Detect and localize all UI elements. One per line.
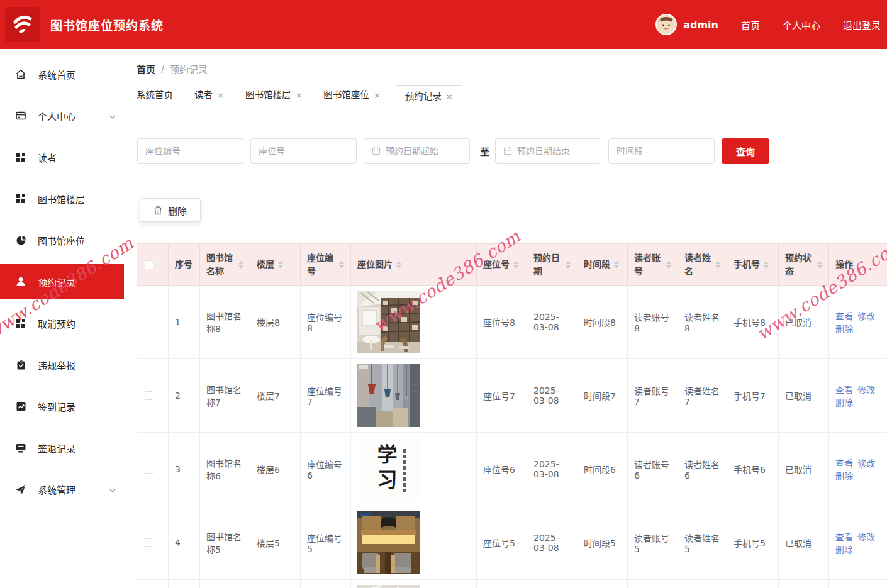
tab-reservation-records[interactable]: 预约记录× [396,85,462,106]
column-label: 预约日期 [533,252,562,278]
nav-home-link[interactable]: 首页 [741,18,760,31]
sidebar-item-readers[interactable]: 读者 [0,140,126,175]
sort-icon[interactable] [396,258,401,271]
poster-caption-marks [403,449,407,501]
view-link[interactable]: 查看 [835,532,853,542]
col-date: 预约日期 [527,244,577,286]
date-start-field[interactable] [364,138,470,164]
close-icon[interactable]: × [295,91,302,100]
tab-system-home[interactable]: 系统首页 [130,84,179,106]
table-row: 2 图书馆名称7 楼层7 座位编号7 [137,359,887,433]
edit-link[interactable]: 修改 [857,385,875,395]
cell-seq: 3 [169,433,200,506]
sidebar-item-checkout-records[interactable]: 签退记录 [0,430,126,465]
tab-library-seat[interactable]: 图书馆座位× [317,84,386,106]
cell-status: 已取消 [779,359,829,433]
cell-reader-account: 读者账号7 [628,359,678,433]
sidebar-item-system-home[interactable]: 系统首页 [0,57,126,92]
view-link[interactable]: 查看 [835,385,853,395]
sort-icon[interactable] [513,258,518,271]
time-slot-field[interactable] [608,138,715,164]
delete-link[interactable]: 删除 [835,397,853,408]
tab-library-floor[interactable]: 图书馆楼层× [239,84,308,106]
date-range-to-label: 至 [480,145,489,158]
close-icon[interactable]: × [374,91,381,100]
row-checkbox[interactable] [145,391,153,400]
sort-icon[interactable] [238,258,243,271]
seat-no-field[interactable] [250,138,357,164]
breadcrumb-home-link[interactable]: 首页 [137,62,155,75]
table-header-row: 序号 图书馆名称 楼层 座位编号 座位图片 座位号 预约日期 时间段 读者账号 … [137,244,887,286]
time-slot-input[interactable] [616,146,706,156]
sidebar-item-system-management[interactable]: 系统管理 [0,472,126,507]
date-start-input[interactable] [386,146,462,156]
sidebar-item-library-seat[interactable]: 图书馆座位 [0,223,126,258]
cell-time-slot: 时间段7 [577,359,628,433]
edit-link[interactable]: 修改 [857,532,875,542]
seat-no-input[interactable] [259,146,349,156]
tab-label: 图书馆座位 [323,90,369,100]
date-end-input[interactable] [517,146,593,156]
sort-icon[interactable] [764,258,769,271]
row-checkbox[interactable] [145,538,153,547]
nav-logout-link[interactable]: 退出登录 [843,18,881,31]
tab-label: 系统首页 [137,90,173,100]
sidebar-item-violation-report[interactable]: 违规举报 [0,347,126,382]
sort-icon[interactable] [817,258,822,271]
cell-reader-account [628,580,678,588]
cell-date: 2025-03-08 [527,359,577,433]
sort-icon[interactable] [614,258,619,271]
user-icon [15,276,26,287]
sort-icon[interactable] [566,258,571,271]
cell-seq: 2 [169,359,200,433]
cell-library: 图书馆名称7 [200,359,250,433]
delete-link[interactable]: 删除 [835,545,853,555]
column-label: 时间段 [584,258,610,271]
delete-link[interactable]: 删除 [835,471,853,481]
col-actions: 操作 [829,244,887,286]
view-link[interactable]: 查看 [835,458,853,469]
nav-profile-link[interactable]: 个人中心 [783,18,820,31]
sort-icon[interactable] [715,258,720,271]
sidebar-item-cancel-reservation[interactable]: 取消预约 [0,306,126,341]
date-end-field[interactable] [495,138,601,164]
paper-plane-icon [15,484,26,495]
view-link[interactable]: 查看 [835,311,853,321]
cell-seat-no [477,580,527,588]
close-icon[interactable]: × [446,92,453,101]
delete-link[interactable]: 删除 [835,324,853,334]
cell-reader-name [678,580,727,588]
seat-code-input[interactable] [145,146,235,156]
pie-icon [15,235,26,246]
sidebar-item-library-floor[interactable]: 图书馆楼层 [0,181,126,216]
sidebar-item-reservation-records[interactable]: 预约记录 [0,264,124,299]
row-checkbox[interactable] [145,318,153,326]
select-all-cell [137,244,169,286]
sidebar-item-profile[interactable]: 个人中心 [0,98,126,133]
delete-button[interactable]: 删除 [140,198,201,222]
sort-icon[interactable] [278,258,283,271]
search-button[interactable]: 查询 [722,138,769,164]
sort-icon[interactable] [666,258,671,271]
tab-readers[interactable]: 读者× [188,84,230,106]
user-avatar[interactable] [655,14,677,35]
seat-code-field[interactable] [137,138,243,164]
close-icon[interactable]: × [217,91,224,100]
sidebar-item-label: 取消预约 [38,317,75,330]
column-label: 座位号 [483,258,510,271]
sort-icon[interactable] [339,258,344,271]
row-select-cell [137,433,169,506]
row-checkbox[interactable] [145,465,153,474]
cell-phone [727,580,779,588]
select-all-checkbox[interactable] [145,260,153,269]
sidebar: 系统首页 个人中心 读者 图书馆楼层 图书馆座位 预约记录 [0,49,126,588]
cell-library: 图书馆名称5 [200,506,250,580]
sidebar-item-checkin-records[interactable]: 签到记录 [0,389,126,424]
reservation-table: 序号 图书馆名称 楼层 座位编号 座位图片 座位号 预约日期 时间段 读者账号 … [137,243,887,588]
cell-seat-photo [351,286,477,359]
edit-link[interactable]: 修改 [857,311,875,321]
cell-seat-no: 座位号6 [477,433,527,506]
column-label: 座位编号 [307,252,335,278]
cell-seat-code: 座位编号7 [301,359,351,433]
edit-link[interactable]: 修改 [857,458,875,469]
